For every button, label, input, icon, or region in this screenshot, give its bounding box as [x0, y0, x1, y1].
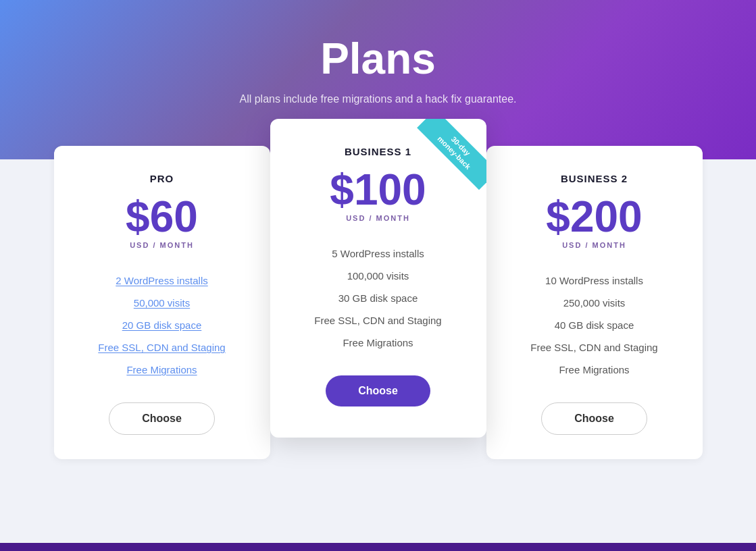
feature-item: 100,000 visits: [291, 265, 466, 287]
plan-name: PRO: [74, 173, 250, 184]
choose-button-business2[interactable]: Choose: [541, 402, 647, 435]
feature-item: 50,000 visits: [74, 292, 250, 314]
plan-card-business1: 30-day money-back BUSINESS 1 $100 USD / …: [270, 119, 486, 438]
plan-price: $200: [507, 195, 682, 238]
feature-item: 10 WordPress installs: [507, 269, 682, 292]
ribbon: 30-day money-back: [405, 119, 486, 200]
header-subtitle: All plans include free migrations and a …: [14, 93, 742, 105]
feature-item: 2 WordPress installs: [74, 269, 250, 292]
choose-button-business1[interactable]: Choose: [326, 375, 430, 406]
plan-period: USD / MONTH: [507, 241, 682, 249]
feature-item: 30 GB disk space: [291, 287, 466, 309]
feature-item: 250,000 visits: [507, 292, 682, 314]
feature-item: 40 GB disk space: [507, 314, 682, 336]
feature-item: Free Migrations: [74, 359, 250, 381]
plans-section: PRO $60 USD / MONTH 2 WordPress installs…: [0, 159, 756, 543]
feature-item: Free Migrations: [507, 359, 682, 381]
footer-bar: [0, 543, 756, 551]
plan-period: USD / MONTH: [291, 214, 466, 222]
plan-features: 10 WordPress installs250,000 visits40 GB…: [507, 269, 682, 381]
feature-item: Free Migrations: [291, 332, 466, 354]
feature-item: 5 WordPress installs: [291, 242, 466, 265]
choose-button-pro[interactable]: Choose: [109, 402, 215, 435]
plan-name: BUSINESS 2: [507, 173, 682, 184]
plan-features: 5 WordPress installs100,000 visits30 GB …: [291, 242, 466, 354]
ribbon-text: 30-day money-back: [417, 119, 486, 190]
plan-features: 2 WordPress installs50,000 visits20 GB d…: [74, 269, 250, 381]
plan-card-pro: PRO $60 USD / MONTH 2 WordPress installs…: [54, 146, 270, 459]
feature-item: 20 GB disk space: [74, 314, 250, 336]
plan-period: USD / MONTH: [74, 241, 250, 249]
page-title: Plans: [14, 34, 742, 84]
plan-price: $60: [74, 195, 250, 238]
plans-container: PRO $60 USD / MONTH 2 WordPress installs…: [27, 132, 729, 459]
feature-item: Free SSL, CDN and Staging: [507, 336, 682, 359]
plan-card-business2: BUSINESS 2 $200 USD / MONTH 10 WordPress…: [486, 146, 703, 459]
feature-item: Free SSL, CDN and Staging: [74, 336, 250, 359]
feature-item: Free SSL, CDN and Staging: [291, 309, 466, 332]
